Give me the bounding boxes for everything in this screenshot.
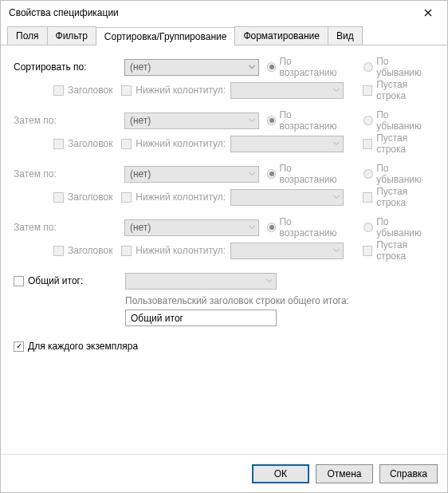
sort-group: Затем по: (нет) По возрастанию (14, 165, 436, 206)
sort-group: Затем по: (нет) По возрастанию (14, 219, 436, 259)
tab-fields[interactable]: Поля (7, 26, 48, 45)
tab-label: Фильтр (56, 30, 88, 41)
radio-icon (267, 116, 277, 125)
header-checkbox[interactable] (53, 192, 64, 203)
header-checkbox[interactable] (53, 85, 64, 96)
checkbox-label: Пустая строка (376, 239, 436, 262)
checkbox-label: Общий итог: (28, 275, 83, 286)
input-value: Общий итог (131, 313, 183, 324)
checkbox-label: Нижний колонтитул: (136, 245, 226, 256)
checkbox-label: Заголовок (68, 138, 112, 149)
then-by-label: Затем по: (14, 115, 124, 126)
header-checkbox[interactable] (53, 139, 64, 149)
help-button[interactable]: Справка (379, 464, 438, 483)
tab-appearance[interactable]: Вид (328, 26, 363, 45)
checkbox-label: Заголовок (68, 245, 112, 256)
then-by-label: Затем по: (14, 222, 124, 233)
sort-desc-radio[interactable]: По убыванию (364, 56, 436, 78)
radio-label: По убыванию (376, 216, 436, 239)
radio-icon (364, 169, 373, 179)
ok-button[interactable]: ОК (252, 464, 309, 483)
select-value: (нет) (130, 222, 151, 233)
sort-field-select[interactable]: (нет) (124, 219, 259, 236)
chevron-down-icon (266, 279, 273, 283)
grand-total-input[interactable]: Общий итог (125, 310, 277, 326)
sort-group: Затем по: (нет) По возрастанию (14, 112, 436, 152)
sort-asc-radio[interactable]: По возрастанию (267, 216, 352, 239)
footer-select[interactable] (230, 136, 344, 152)
tab-label: Сортировка/Группирование (104, 31, 227, 42)
sort-groups: Сортировать по: (нет) По возрастанию (14, 58, 436, 259)
checkbox-label: Пустая строка (376, 132, 436, 155)
tab-formatting[interactable]: Форматирование (234, 26, 328, 45)
tab-label: Вид (336, 30, 354, 41)
sort-group: Сортировать по: (нет) По возрастанию (14, 58, 436, 99)
grand-total-checkbox[interactable] (14, 276, 24, 286)
blank-line-checkbox[interactable] (363, 246, 372, 256)
sort-options-row: Заголовок Нижний колонтитул: (14, 81, 436, 99)
close-button[interactable] (414, 4, 442, 22)
radio-label: По возрастанию (279, 163, 351, 185)
select-value: (нет) (130, 115, 151, 126)
sort-desc-radio[interactable]: По убыванию (364, 163, 436, 185)
sort-field-select[interactable]: (нет) (124, 112, 259, 129)
window-title: Свойства спецификации (9, 7, 414, 18)
footer-select[interactable] (230, 243, 344, 259)
sort-field-select[interactable]: (нет) (124, 59, 259, 76)
tab-label: Поля (16, 30, 39, 41)
radio-icon (364, 223, 373, 232)
blank-line-checkbox[interactable] (363, 139, 372, 149)
footer-checkbox[interactable] (121, 246, 132, 256)
select-value: (нет) (130, 168, 151, 179)
button-label: Справка (390, 468, 427, 479)
cancel-button[interactable]: Отмена (316, 464, 373, 483)
header-checkbox[interactable] (53, 246, 64, 256)
chevron-down-icon (249, 172, 255, 176)
sort-desc-radio[interactable]: По убыванию (364, 216, 436, 239)
close-icon (424, 9, 432, 17)
tab-bar: Поля Фильтр Сортировка/Группирование Фор… (1, 25, 447, 45)
checkbox-label: Заголовок (68, 191, 112, 203)
sort-asc-radio[interactable]: По возрастанию (267, 163, 352, 185)
sort-options-row: Заголовок Нижний колонтитул: (14, 135, 436, 152)
chevron-down-icon (249, 65, 255, 69)
sort-desc-radio[interactable]: По убыванию (364, 109, 436, 132)
checkbox-label: Нижний колонтитул: (136, 138, 226, 149)
radio-icon (364, 116, 373, 125)
footer-checkbox[interactable] (121, 139, 132, 149)
radio-icon (267, 62, 277, 72)
sort-row: Сортировать по: (нет) По возрастанию (14, 58, 436, 76)
checkbox-label: Пустая строка (376, 186, 436, 208)
footer-select[interactable] (230, 82, 344, 99)
radio-icon (267, 169, 277, 179)
grand-total-label-wrap: Общий итог: (14, 275, 125, 286)
footer-checkbox[interactable] (121, 192, 132, 203)
chevron-down-icon (249, 119, 255, 123)
tab-filter[interactable]: Фильтр (47, 26, 96, 45)
footer-select[interactable] (230, 189, 344, 206)
grand-total-caption: Пользовательский заголовок строки общего… (125, 295, 436, 306)
sort-asc-radio[interactable]: По возрастанию (267, 109, 352, 132)
dialog-schedule-properties: Свойства спецификации Поля Фильтр Сортир… (0, 0, 448, 493)
checkbox-label: Пустая строка (376, 79, 436, 101)
footer-checkbox[interactable] (121, 85, 132, 96)
radio-icon (364, 62, 373, 72)
per-instance-checkbox[interactable] (14, 341, 24, 352)
grand-total-select[interactable] (125, 273, 277, 290)
chevron-down-icon (333, 142, 340, 146)
sort-field-select[interactable]: (нет) (124, 166, 259, 183)
tab-label: Форматирование (243, 30, 320, 41)
blank-line-checkbox[interactable] (363, 192, 372, 203)
chevron-down-icon (333, 249, 340, 253)
select-value: (нет) (130, 61, 151, 73)
tab-sorting-grouping[interactable]: Сортировка/Группирование (96, 27, 236, 45)
sort-asc-radio[interactable]: По возрастанию (267, 56, 352, 78)
blank-line-checkbox[interactable] (363, 85, 372, 96)
checkbox-label: Для каждого экземпляра (28, 341, 138, 352)
then-by-label: Затем по: (14, 168, 124, 179)
checkbox-label: Нижний колонтитул: (136, 85, 226, 96)
sort-options-row: Заголовок Нижний колонтитул: (14, 188, 436, 206)
sort-row: Затем по: (нет) По возрастанию (14, 165, 436, 183)
radio-label: По возрастанию (279, 109, 351, 132)
sort-row: Затем по: (нет) По возрастанию (14, 112, 436, 129)
